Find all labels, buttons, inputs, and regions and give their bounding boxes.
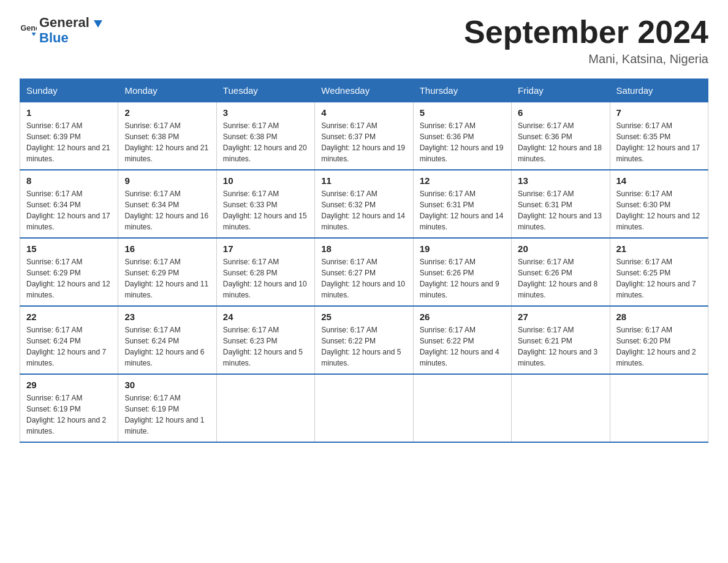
calendar-cell: 11 Sunrise: 6:17 AMSunset: 6:32 PMDaylig… (315, 170, 413, 238)
calendar-cell: 1 Sunrise: 6:17 AMSunset: 6:39 PMDayligh… (20, 102, 118, 170)
day-number: 29 (26, 380, 112, 390)
calendar-cell: 26 Sunrise: 6:17 AMSunset: 6:22 PMDaylig… (413, 306, 511, 374)
day-number: 13 (518, 175, 603, 186)
day-number: 10 (223, 175, 308, 186)
day-info: Sunrise: 6:17 AMSunset: 6:38 PMDaylight:… (223, 121, 307, 163)
day-info: Sunrise: 6:17 AMSunset: 6:24 PMDaylight:… (124, 326, 204, 367)
day-info: Sunrise: 6:17 AMSunset: 6:38 PMDaylight:… (124, 121, 208, 163)
logo-icon: General (20, 21, 37, 39)
calendar-cell (512, 374, 610, 442)
day-info: Sunrise: 6:17 AMSunset: 6:26 PMDaylight:… (420, 258, 499, 299)
calendar-cell (610, 374, 708, 442)
calendar-week-row: 29 Sunrise: 6:17 AMSunset: 6:19 PMDaylig… (20, 374, 708, 442)
calendar-week-row: 1 Sunrise: 6:17 AMSunset: 6:39 PMDayligh… (20, 102, 708, 170)
calendar-cell: 10 Sunrise: 6:17 AMSunset: 6:33 PMDaylig… (216, 170, 314, 238)
day-of-week-header: Wednesday (315, 79, 413, 102)
calendar-week-row: 22 Sunrise: 6:17 AMSunset: 6:24 PMDaylig… (20, 306, 708, 374)
calendar-cell: 24 Sunrise: 6:17 AMSunset: 6:23 PMDaylig… (216, 306, 314, 374)
day-number: 3 (223, 107, 308, 118)
day-info: Sunrise: 6:17 AMSunset: 6:24 PMDaylight:… (26, 326, 106, 367)
logo-triangle (91, 18, 102, 31)
day-number: 11 (321, 175, 406, 186)
day-info: Sunrise: 6:17 AMSunset: 6:34 PMDaylight:… (124, 190, 208, 231)
calendar-cell (315, 374, 413, 442)
day-number: 5 (420, 107, 505, 118)
day-number: 21 (616, 243, 702, 254)
day-number: 15 (26, 243, 112, 254)
calendar-cell: 12 Sunrise: 6:17 AMSunset: 6:31 PMDaylig… (413, 170, 511, 238)
day-of-week-header: Thursday (413, 79, 511, 102)
calendar-title-area: September 2024 Mani, Katsina, Nigeria (464, 15, 708, 66)
day-info: Sunrise: 6:17 AMSunset: 6:22 PMDaylight:… (420, 326, 499, 367)
page-header: General General Blue September 2024 Mani… (20, 15, 708, 66)
day-info: Sunrise: 6:17 AMSunset: 6:34 PMDaylight:… (26, 190, 110, 231)
day-info: Sunrise: 6:17 AMSunset: 6:23 PMDaylight:… (223, 326, 303, 367)
day-info: Sunrise: 6:17 AMSunset: 6:29 PMDaylight:… (26, 258, 110, 299)
calendar-week-row: 15 Sunrise: 6:17 AMSunset: 6:29 PMDaylig… (20, 238, 708, 306)
day-info: Sunrise: 6:17 AMSunset: 6:25 PMDaylight:… (616, 258, 696, 299)
calendar-cell: 13 Sunrise: 6:17 AMSunset: 6:31 PMDaylig… (512, 170, 610, 238)
day-info: Sunrise: 6:17 AMSunset: 6:22 PMDaylight:… (321, 326, 401, 367)
calendar-cell (413, 374, 511, 442)
calendar-cell: 28 Sunrise: 6:17 AMSunset: 6:20 PMDaylig… (610, 306, 708, 374)
day-info: Sunrise: 6:17 AMSunset: 6:39 PMDaylight:… (26, 121, 110, 163)
day-info: Sunrise: 6:17 AMSunset: 6:31 PMDaylight:… (420, 190, 504, 231)
day-number: 28 (616, 312, 702, 322)
calendar-cell: 27 Sunrise: 6:17 AMSunset: 6:21 PMDaylig… (512, 306, 610, 374)
day-number: 2 (124, 107, 210, 118)
day-number: 12 (420, 175, 505, 186)
day-info: Sunrise: 6:17 AMSunset: 6:26 PMDaylight:… (518, 258, 597, 299)
calendar-cell: 17 Sunrise: 6:17 AMSunset: 6:28 PMDaylig… (216, 238, 314, 306)
calendar-cell: 19 Sunrise: 6:17 AMSunset: 6:26 PMDaylig… (413, 238, 511, 306)
calendar-cell: 14 Sunrise: 6:17 AMSunset: 6:30 PMDaylig… (610, 170, 708, 238)
day-number: 22 (26, 312, 112, 322)
day-info: Sunrise: 6:17 AMSunset: 6:37 PMDaylight:… (321, 121, 405, 163)
svg-marker-2 (94, 20, 102, 28)
logo-general-text: General (39, 15, 89, 30)
day-info: Sunrise: 6:17 AMSunset: 6:36 PMDaylight:… (420, 121, 504, 163)
day-of-week-header: Saturday (610, 79, 708, 102)
day-of-week-header: Tuesday (216, 79, 314, 102)
day-info: Sunrise: 6:17 AMSunset: 6:30 PMDaylight:… (616, 190, 700, 231)
day-info: Sunrise: 6:17 AMSunset: 6:20 PMDaylight:… (616, 326, 696, 367)
calendar-cell: 6 Sunrise: 6:17 AMSunset: 6:36 PMDayligh… (512, 102, 610, 170)
calendar-cell: 22 Sunrise: 6:17 AMSunset: 6:24 PMDaylig… (20, 306, 118, 374)
day-info: Sunrise: 6:17 AMSunset: 6:21 PMDaylight:… (518, 326, 597, 367)
day-number: 23 (124, 312, 210, 322)
calendar-table: SundayMondayTuesdayWednesdayThursdayFrid… (20, 79, 708, 443)
day-number: 25 (321, 312, 406, 322)
calendar-header-row: SundayMondayTuesdayWednesdayThursdayFrid… (20, 79, 708, 102)
day-number: 16 (124, 243, 210, 254)
calendar-cell: 21 Sunrise: 6:17 AMSunset: 6:25 PMDaylig… (610, 238, 708, 306)
month-year-title: September 2024 (464, 15, 708, 50)
location-subtitle: Mani, Katsina, Nigeria (464, 52, 708, 66)
day-of-week-header: Sunday (20, 79, 118, 102)
day-number: 17 (223, 243, 308, 254)
day-number: 26 (420, 312, 505, 322)
day-number: 7 (616, 107, 702, 118)
day-info: Sunrise: 6:17 AMSunset: 6:19 PMDaylight:… (124, 394, 204, 435)
calendar-cell: 9 Sunrise: 6:17 AMSunset: 6:34 PMDayligh… (118, 170, 216, 238)
day-info: Sunrise: 6:17 AMSunset: 6:36 PMDaylight:… (518, 121, 602, 163)
day-number: 14 (616, 175, 702, 186)
day-number: 4 (321, 107, 406, 118)
calendar-cell: 20 Sunrise: 6:17 AMSunset: 6:26 PMDaylig… (512, 238, 610, 306)
day-info: Sunrise: 6:17 AMSunset: 6:29 PMDaylight:… (124, 258, 208, 299)
day-number: 19 (420, 243, 505, 254)
day-info: Sunrise: 6:17 AMSunset: 6:28 PMDaylight:… (223, 258, 307, 299)
day-number: 27 (518, 312, 603, 322)
calendar-week-row: 8 Sunrise: 6:17 AMSunset: 6:34 PMDayligh… (20, 170, 708, 238)
day-number: 20 (518, 243, 603, 254)
calendar-cell: 7 Sunrise: 6:17 AMSunset: 6:35 PMDayligh… (610, 102, 708, 170)
calendar-cell: 2 Sunrise: 6:17 AMSunset: 6:38 PMDayligh… (118, 102, 216, 170)
day-number: 30 (124, 380, 210, 390)
day-number: 1 (26, 107, 112, 118)
day-info: Sunrise: 6:17 AMSunset: 6:35 PMDaylight:… (616, 121, 700, 163)
calendar-cell (216, 374, 314, 442)
day-info: Sunrise: 6:17 AMSunset: 6:19 PMDaylight:… (26, 394, 106, 435)
svg-text:General: General (20, 25, 37, 33)
calendar-cell: 8 Sunrise: 6:17 AMSunset: 6:34 PMDayligh… (20, 170, 118, 238)
day-info: Sunrise: 6:17 AMSunset: 6:27 PMDaylight:… (321, 258, 405, 299)
day-number: 24 (223, 312, 308, 322)
day-info: Sunrise: 6:17 AMSunset: 6:32 PMDaylight:… (321, 190, 405, 231)
